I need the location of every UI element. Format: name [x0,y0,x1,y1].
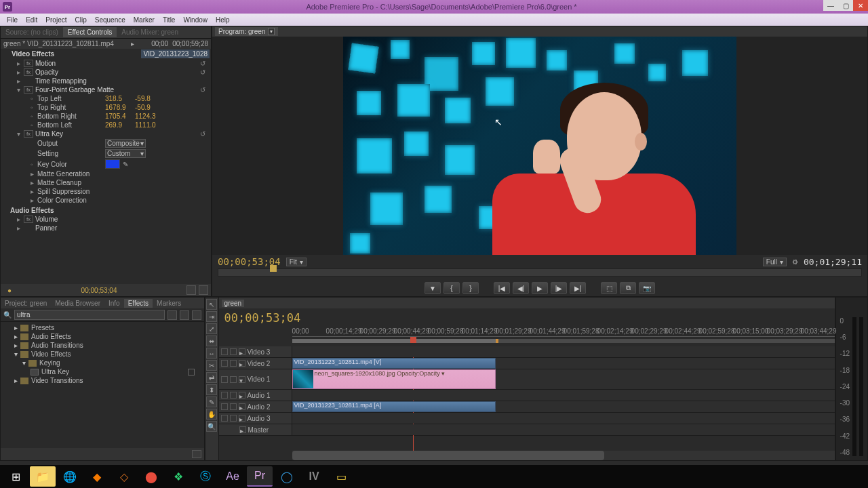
step-back-button[interactable]: ◀| [513,282,529,294]
minimize-button[interactable]: — [823,0,838,11]
blender-icon[interactable]: ◆ [84,466,110,487]
play-button[interactable]: ▶ [532,282,548,294]
clip-a2[interactable]: VID_20131223_102811.mp4 [A] [292,401,496,412]
ec-foot-btn1[interactable] [186,285,196,295]
eff-ultra-key[interactable]: Ultra Key [35,130,200,138]
slide-tool[interactable]: ⬍ [206,384,217,395]
param-matte-cleanup[interactable]: Matte Cleanup [37,179,105,186]
tab-audio-mixer[interactable]: Audio Mixer: green [117,27,183,37]
menu-title[interactable]: Title [159,16,180,24]
rate-stretch-tool[interactable]: ↔ [206,348,217,359]
lock-icon[interactable] [230,415,237,422]
resolution-select[interactable]: Full▾ [763,258,787,266]
add-marker-button[interactable]: ▼ [425,282,441,294]
fx-accel-icon[interactable] [180,310,189,320]
param-matte-gen[interactable]: Matte Generation [37,170,105,178]
speaker-icon[interactable] [221,403,228,410]
track-v1-label[interactable]: Video 1 [248,375,271,383]
tree-presets[interactable]: Presets [31,324,54,331]
ec-foot-btn2[interactable] [199,285,208,295]
program-tab-dropdown-icon[interactable]: ▾ [268,28,275,35]
speaker-icon[interactable] [221,392,228,399]
reset-icon[interactable]: ↺ [200,68,210,76]
tree-video-transitions[interactable]: Video Transitions [31,377,83,384]
track-a2-label[interactable]: Audio 2 [248,403,271,411]
lock-icon[interactable] [230,348,237,355]
skype-icon[interactable]: Ⓢ [193,466,218,487]
lock-icon[interactable] [230,360,237,367]
bottom-right-x[interactable]: 1705.4 [105,113,135,120]
track-v2-label[interactable]: Video 2 [248,360,271,367]
explorer-icon[interactable]: 📁 [30,466,56,487]
fx-32-icon[interactable] [167,310,177,320]
param-spill[interactable]: Spill Suppression [37,188,105,195]
track-a3-label[interactable]: Audio 3 [248,415,271,422]
menu-project[interactable]: Project [41,16,71,24]
eff-motion[interactable]: Motion [35,60,200,67]
record-icon[interactable]: ⬤ [138,466,164,487]
clip-v1[interactable]: neon_squares-1920x1080.jpg Opacity:Opaci… [292,369,496,389]
tab-info[interactable]: Info [104,299,124,308]
note-icon[interactable]: ▭ [328,466,354,487]
param-color-corr[interactable]: Color Correction [37,197,105,204]
lock-icon[interactable] [230,376,237,383]
maximize-button[interactable]: ▢ [838,0,853,11]
track-a1-label[interactable]: Audio 1 [248,392,271,399]
key-color-swatch[interactable] [105,159,120,169]
eff-opacity[interactable]: Opacity [35,68,200,76]
tab-effect-controls[interactable]: Effect Controls [63,27,117,37]
top-right-x[interactable]: 1678.9 [105,104,135,111]
timeline-timecode[interactable]: 00;00;53;04 [224,311,301,325]
top-left-x[interactable]: 318.5 [105,95,135,102]
setting-select[interactable]: Custom▾ [105,149,146,158]
iv-icon[interactable]: IV [301,466,327,487]
bottom-right-y[interactable]: 1124.3 [135,113,165,120]
eff-garbage-matte[interactable]: Four-Point Garbage Matte [35,86,200,94]
go-to-out-button[interactable]: ▶| [570,282,586,294]
effects-tree[interactable]: ▸Presets ▸Audio Effects ▸Audio Transitio… [1,322,204,448]
work-area-bar[interactable] [292,339,835,343]
chrome-icon[interactable]: 🌐 [57,466,83,487]
tree-audio-transitions[interactable]: Audio Transitions [31,342,83,349]
taskbar[interactable]: ⊞ 📁 🌐 ◆ ◇ ⬤ ❖ Ⓢ Ae Pr ◯ IV ▭ [0,465,868,488]
top-left-y[interactable]: -59.8 [135,95,165,102]
menu-marker[interactable]: Marker [130,16,159,24]
fx-yuv-icon[interactable] [192,310,201,320]
reset-icon[interactable]: ↺ [200,86,210,94]
inkscape-icon[interactable]: ◇ [111,466,137,487]
clip-v2[interactable]: VID_20131223_102811.mp4 [V] [292,358,496,369]
vc-icon[interactable]: ◯ [274,466,300,487]
extract-button[interactable]: ⧉ [620,282,636,294]
track-select-tool[interactable]: ⇥ [206,311,217,322]
reset-icon[interactable]: ↺ [200,60,210,67]
eff-volume[interactable]: Volume [35,216,210,223]
program-tab[interactable]: Program: green▾ [215,27,278,36]
rolling-edit-tool[interactable]: ⬌ [206,336,217,346]
mark-in-button[interactable]: { [443,282,460,294]
ripple-edit-tool[interactable]: ⤢ [206,323,217,334]
menu-help[interactable]: Help [212,16,234,24]
lock-icon[interactable] [230,403,237,410]
menu-edit[interactable]: Edit [22,16,41,24]
eff-panner[interactable]: Panner [35,224,210,232]
menu-sequence[interactable]: Sequence [91,16,130,24]
menu-clip[interactable]: Clip [71,16,90,24]
tree-video-effects[interactable]: Video Effects [31,350,71,358]
zoom-fit-select[interactable]: Fit▾ [286,258,307,266]
menubar[interactable]: File Edit Project Clip Sequence Marker T… [0,14,868,26]
effects-search-input[interactable] [14,310,165,320]
time-ruler[interactable]: 00;00 00;00;14;29 00;00;29;29 00;00;44;2… [292,327,835,337]
lift-button[interactable]: ⬚ [601,282,617,294]
pen-tool[interactable]: ✎ [206,396,217,407]
leaf-icon[interactable]: ❖ [165,466,191,487]
menu-window[interactable]: Window [179,16,212,24]
menu-file[interactable]: File [3,16,22,24]
sequence-tab[interactable]: green [222,300,245,307]
bottom-left-x[interactable]: 269.9 [105,121,135,129]
tree-ultra-key[interactable]: Ultra Key [41,368,69,375]
track-v3-label[interactable]: Video 3 [248,348,271,356]
tab-project[interactable]: Project: green [1,299,51,308]
close-button[interactable]: ✕ [853,0,868,11]
selection-tool[interactable]: ↖ [206,299,217,310]
eff-time-remapping[interactable]: Time Remapping [35,77,210,85]
